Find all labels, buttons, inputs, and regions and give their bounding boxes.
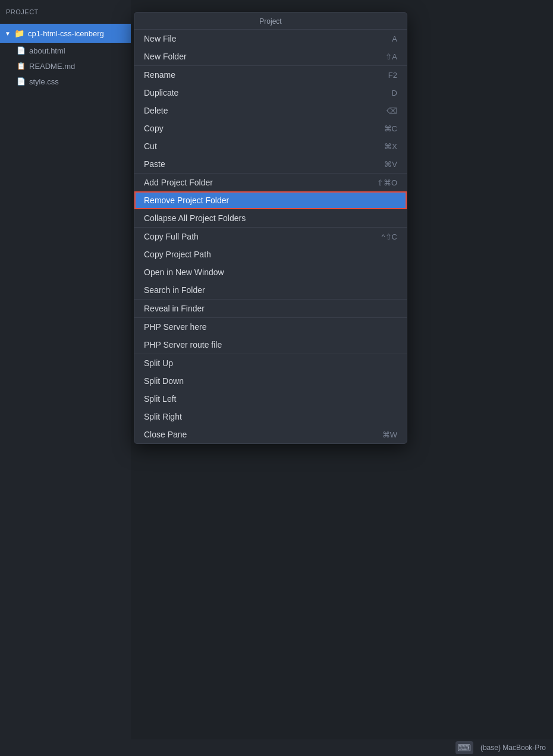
menu-item-shortcut: ⌫ — [387, 106, 397, 115]
menu-item-split-left[interactable]: Split Left — [134, 390, 407, 408]
menu-item-label: Split Left — [144, 394, 379, 404]
menu-item-reveal-in-finder[interactable]: Reveal in Finder — [134, 300, 407, 317]
menu-item-label: Search in Folder — [144, 285, 379, 295]
menu-section-split: Split Up Split Down Split Left Split Rig… — [134, 354, 407, 443]
menu-section-edit: Rename F2 Duplicate D Delete ⌫ Copy ⌘C C… — [134, 66, 407, 174]
file-item-readme[interactable]: 📋 README.md — [0, 58, 131, 74]
sidebar-title: Project — [6, 8, 39, 15]
menu-item-label: New File — [144, 34, 374, 43]
menu-item-label: Copy Project Path — [144, 250, 379, 259]
project-name: cp1-html-css-icenberg — [28, 29, 104, 38]
menu-item-label: PHP Server route file — [144, 340, 379, 349]
menu-item-cut[interactable]: Cut ⌘X — [134, 137, 407, 155]
menu-item-label: Cut — [144, 141, 366, 151]
menu-section-new: New File A New Folder ⇧A — [134, 30, 407, 66]
menu-item-php-server-here[interactable]: PHP Server here — [134, 318, 407, 336]
menu-item-label: Close Pane — [144, 430, 365, 439]
menu-item-shortcut: A — [392, 34, 397, 43]
menu-item-label: PHP Server here — [144, 322, 379, 332]
file-name: README.md — [29, 62, 75, 71]
chevron-down-icon: ▼ — [5, 30, 11, 37]
menu-item-label: Copy Full Path — [144, 232, 364, 241]
menu-item-copy-full-path[interactable]: Copy Full Path ^⇧C — [134, 228, 407, 245]
menu-section-path: Copy Full Path ^⇧C Copy Project Path Ope… — [134, 228, 407, 300]
menu-item-label: Remove Project Folder — [144, 196, 379, 205]
menu-item-label: Collapse All Project Folders — [144, 213, 379, 223]
menu-item-new-file[interactable]: New File A — [134, 30, 407, 48]
menu-item-split-up[interactable]: Split Up — [134, 354, 407, 372]
menu-item-rename[interactable]: Rename F2 — [134, 66, 407, 84]
sidebar-header: Project — [0, 0, 131, 24]
menu-item-label: Split Down — [144, 376, 379, 386]
menu-item-shortcut: ⌘C — [384, 124, 397, 133]
project-folder-item[interactable]: ▼ 📁 cp1-html-css-icenberg — [0, 24, 131, 43]
menu-item-label: Copy — [144, 124, 366, 133]
menu-item-shortcut: ⌘V — [384, 160, 397, 169]
menu-section-reveal: Reveal in Finder — [134, 300, 407, 318]
menu-item-search-in-folder[interactable]: Search in Folder — [134, 281, 407, 299]
menu-item-duplicate[interactable]: Duplicate D — [134, 84, 407, 102]
menu-item-shortcut: F2 — [388, 71, 397, 80]
menu-item-label: Reveal in Finder — [144, 304, 379, 313]
menu-item-new-folder[interactable]: New Folder ⇧A — [134, 48, 407, 65]
menu-item-split-down[interactable]: Split Down — [134, 372, 407, 390]
menu-item-split-right[interactable]: Split Right — [134, 408, 407, 426]
menu-item-shortcut: ^⇧C — [382, 232, 398, 241]
menu-section-php: PHP Server here PHP Server route file — [134, 318, 407, 354]
menu-item-paste[interactable]: Paste ⌘V — [134, 155, 407, 173]
menu-item-label: Split Up — [144, 358, 379, 368]
menu-item-shortcut: ⇧⌘O — [377, 178, 397, 187]
keyboard-icon: ⌨ — [457, 742, 471, 754]
menu-item-shortcut: D — [392, 89, 397, 97]
menu-item-label: Add Project Folder — [144, 178, 359, 187]
file-icon: 📄 — [17, 46, 26, 55]
keyboard-button[interactable]: ⌨ — [455, 741, 473, 754]
menu-item-add-project-folder[interactable]: Add Project Folder ⇧⌘O — [134, 174, 407, 191]
menu-item-delete[interactable]: Delete ⌫ — [134, 102, 407, 119]
file-name: style.css — [29, 77, 59, 86]
menu-item-open-new-window[interactable]: Open in New Window — [134, 263, 407, 281]
context-menu: Project New File A New Folder ⇧A Rename … — [134, 12, 407, 444]
file-icon: 📋 — [17, 62, 26, 70]
menu-item-collapse-all-project-folders[interactable]: Collapse All Project Folders — [134, 209, 407, 227]
menu-section-project: Add Project Folder ⇧⌘O Remove Project Fo… — [134, 174, 407, 228]
file-item-about[interactable]: 📄 about.html — [0, 43, 131, 58]
menu-item-label: New Folder — [144, 52, 367, 61]
menu-item-label: Rename — [144, 70, 370, 80]
folder-icon: 📁 — [14, 29, 24, 38]
menu-item-label: Delete — [144, 106, 369, 115]
menu-item-copy-project-path[interactable]: Copy Project Path — [134, 245, 407, 263]
status-base-text: (base) MacBook-Pro — [480, 744, 546, 752]
menu-item-label: Open in New Window — [144, 267, 379, 277]
menu-item-remove-project-folder[interactable]: Remove Project Folder — [134, 191, 407, 209]
menu-item-close-pane[interactable]: Close Pane ⌘W — [134, 426, 407, 443]
menu-item-shortcut: ⇧A — [385, 52, 397, 61]
menu-item-label: Duplicate — [144, 88, 374, 97]
menu-item-php-server-route[interactable]: PHP Server route file — [134, 336, 407, 354]
menu-item-copy[interactable]: Copy ⌘C — [134, 119, 407, 137]
context-menu-title: Project — [134, 12, 407, 30]
menu-item-label: Paste — [144, 159, 366, 169]
menu-item-shortcut: ⌘X — [384, 142, 397, 151]
status-bar: ⌨ (base) MacBook-Pro — [0, 739, 553, 756]
menu-item-shortcut: ⌘W — [382, 430, 397, 439]
sidebar: Project ▼ 📁 cp1-html-css-icenberg 📄 abou… — [0, 0, 131, 756]
file-item-css[interactable]: 📄 style.css — [0, 74, 131, 89]
file-icon: 📄 — [17, 77, 26, 86]
file-name: about.html — [29, 46, 65, 55]
menu-item-label: Split Right — [144, 412, 379, 421]
